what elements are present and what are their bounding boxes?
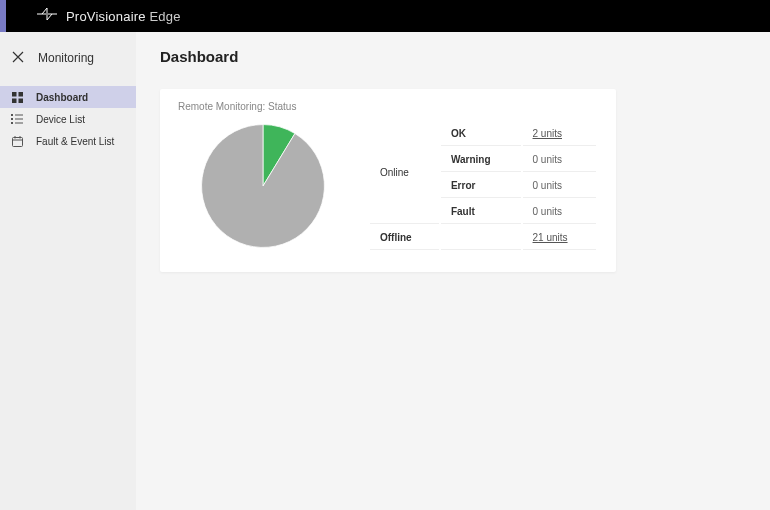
status-value-offline[interactable]: 21 units [523, 226, 596, 250]
nav-item-fault-event[interactable]: Fault & Event List [0, 130, 136, 152]
svg-rect-7 [15, 119, 23, 120]
svg-rect-3 [18, 98, 23, 103]
svg-rect-6 [11, 118, 13, 120]
main-content: Dashboard Remote Monitoring: Status Onli… [136, 32, 770, 510]
topbar-main: ProVisionaire Edge [6, 0, 770, 32]
status-value-warning: 0 units [523, 148, 596, 172]
status-value-error: 0 units [523, 174, 596, 198]
svg-rect-8 [11, 122, 13, 124]
pie-chart [178, 122, 348, 250]
status-label-warning: Warning [441, 148, 521, 172]
calendar-icon [10, 134, 24, 148]
svg-rect-2 [12, 98, 17, 103]
offline-group-label: Offline [370, 226, 439, 250]
nav-label: Fault & Event List [36, 136, 114, 147]
status-label-ok: OK [441, 122, 521, 146]
status-value-ok[interactable]: 2 units [523, 122, 596, 146]
list-icon [10, 112, 24, 126]
close-icon[interactable] [12, 50, 24, 66]
status-card: Remote Monitoring: Status Online OK 2 un… [160, 89, 616, 272]
status-label-error: Error [441, 174, 521, 198]
nav-item-device-list[interactable]: Device List [0, 108, 136, 130]
online-group-label: Online [370, 122, 439, 224]
sidebar-nav: Dashboard Device List Fault & Event List [0, 86, 136, 152]
sidebar-section-title: Monitoring [38, 51, 94, 65]
svg-rect-1 [18, 92, 23, 97]
nav-label: Device List [36, 114, 85, 125]
svg-rect-4 [11, 114, 13, 116]
grid-icon [10, 90, 24, 104]
svg-rect-0 [12, 92, 17, 97]
page-title: Dashboard [160, 48, 746, 65]
svg-rect-5 [15, 115, 23, 116]
svg-rect-10 [12, 137, 22, 146]
nav-item-dashboard[interactable]: Dashboard [0, 86, 136, 108]
logo-icon [36, 7, 58, 25]
sidebar-header: Monitoring [0, 32, 136, 84]
status-table: Online OK 2 units Warning 0 units Error … [368, 120, 598, 252]
status-label-fault: Fault [441, 200, 521, 224]
brand-text: ProVisionaire Edge [66, 9, 181, 24]
nav-label: Dashboard [36, 92, 88, 103]
sidebar: Monitoring Dashboard Device List Fault &… [0, 32, 136, 510]
svg-rect-9 [15, 123, 23, 124]
card-title: Remote Monitoring: Status [178, 101, 598, 112]
topbar: ProVisionaire Edge [0, 0, 770, 32]
status-value-fault: 0 units [523, 200, 596, 224]
